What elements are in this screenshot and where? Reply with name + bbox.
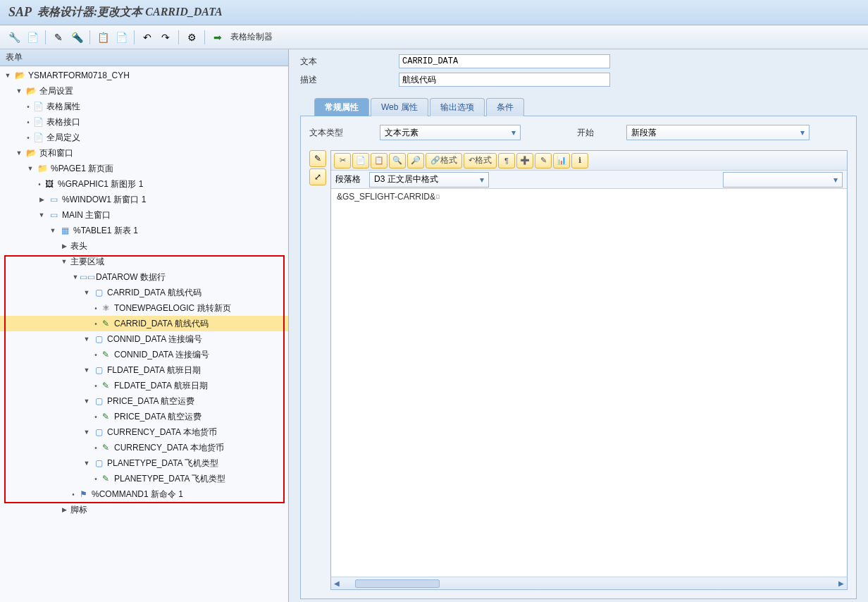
tree-item[interactable]: •📄表格属性	[0, 99, 288, 114]
copy-button[interactable]: 📄	[352, 153, 369, 168]
tree-item[interactable]: ▼📂全局设置	[0, 83, 288, 99]
redo-button[interactable]: ↷	[157, 29, 174, 46]
tree-item[interactable]: •✎CONNID_DATA 连接编号	[0, 347, 288, 362]
page-icon: 📄	[32, 132, 44, 143]
horizontal-scrollbar[interactable]: ◀ ▶	[331, 577, 847, 589]
tab-output[interactable]: 输出选项	[430, 98, 485, 116]
cell-icon: ▢	[93, 457, 104, 469]
tree-expander-icon[interactable]: ▼	[14, 148, 24, 158]
tree-item[interactable]: ▼📁%PAGE1 新页面	[0, 161, 288, 176]
painter-label[interactable]: 表格绘制器	[230, 31, 273, 43]
tree-item[interactable]: ▼▢PLANETYPE_DATA 飞机类型	[0, 455, 288, 471]
paste-button[interactable]: 📋	[371, 153, 388, 168]
tree-expander-icon[interactable]: ▼	[82, 288, 92, 297]
tab-general[interactable]: 常规属性	[314, 98, 369, 116]
tab-condition[interactable]: 条件	[486, 98, 524, 116]
scroll-right-icon[interactable]: ▶	[836, 578, 847, 589]
editor-expand-button[interactable]: ✎	[309, 150, 326, 167]
tree-expander-icon[interactable]: ▼	[82, 458, 92, 468]
tree-expander-icon[interactable]: ▼	[82, 365, 92, 375]
paragraph-format-dropdown[interactable]: D3 正文居中格式	[369, 172, 489, 188]
tree-item[interactable]: ▼▦%TABLE1 新表 1	[0, 223, 288, 238]
tree-expander-icon[interactable]: ▼	[70, 272, 80, 282]
info-button[interactable]: ℹ	[571, 153, 588, 168]
scroll-left-icon[interactable]: ◀	[331, 578, 342, 589]
tree-expander-icon[interactable]: ▶	[59, 505, 69, 515]
main-toolbar: 🔧 📄 ✎ 🔦 📋 📄 ↶ ↷ ⚙ ➡ 表格绘制器	[0, 25, 868, 49]
tree-item-label: %TABLE1 新表 1	[73, 225, 138, 237]
tree-item[interactable]: ▶表头	[0, 238, 288, 254]
tree-item[interactable]: ▼📂页和窗口	[0, 145, 288, 161]
display-toggle-button[interactable]: 🔧	[6, 29, 23, 46]
undo-format-button[interactable]: ↶格式	[464, 153, 497, 168]
tree-item[interactable]: •✎PRICE_DATA 航空运费	[0, 409, 288, 424]
tree-item[interactable]: •✎CURRENCY_DATA 本地货币	[0, 440, 288, 455]
tree-item[interactable]: ▼▢FLDATE_DATA 航班日期	[0, 362, 288, 378]
editor-fullscreen-button[interactable]: ⤢	[309, 168, 326, 185]
tree-item[interactable]: ▼▢CONNID_DATA 连接编号	[0, 331, 288, 347]
tree-expander-icon[interactable]: ▼	[25, 164, 35, 173]
tree-item[interactable]: •🖼%GRAPHIC1 新图形 1	[0, 176, 288, 192]
text-type-dropdown[interactable]: 文本元素	[380, 125, 521, 140]
insert-field-button[interactable]: ➕	[516, 153, 533, 168]
copy-button[interactable]: 📋	[94, 29, 111, 46]
tree-item-label: YSMARTFORM0718_CYH	[28, 70, 130, 80]
undo-button[interactable]: ↶	[139, 29, 156, 46]
char-format-dropdown[interactable]	[723, 172, 843, 188]
text-name-input[interactable]	[399, 54, 610, 68]
tree-expander-icon[interactable]: ▼	[59, 257, 69, 266]
window-icon: ▭	[48, 194, 59, 205]
tree-item[interactable]: ▶脚标	[0, 502, 288, 517]
tree-expander-icon[interactable]: ▼	[3, 70, 13, 80]
tree-item-label: FLDATE_DATA 航班日期	[114, 380, 208, 392]
tree-item[interactable]: ▼▭▭DATAROW 数据行	[0, 269, 288, 285]
tree-expander-icon[interactable]: ▼	[14, 86, 24, 96]
tree-item[interactable]: •✎FLDATE_DATA 航班日期	[0, 378, 288, 393]
tree-item[interactable]: ▼▭MAIN 主窗口	[0, 207, 288, 223]
scrollbar-thumb[interactable]	[355, 579, 440, 588]
tree-item[interactable]: ▼▢CURRENCY_DATA 本地货币	[0, 424, 288, 440]
tree-item[interactable]: •✎CARRID_DATA 航线代码	[0, 316, 288, 331]
create-button[interactable]: 📄	[24, 29, 41, 46]
find-next-button[interactable]: 🔎	[407, 153, 424, 168]
tree-expander-icon[interactable]: ▼	[37, 210, 46, 220]
painter-arrow-icon[interactable]: ➡	[209, 29, 226, 46]
tree-expander-icon[interactable]: ▼	[48, 226, 58, 235]
tree-item[interactable]: ▼▢PRICE_DATA 航空运费	[0, 393, 288, 409]
tree-expander-icon[interactable]: ▶	[59, 241, 69, 251]
tree-item-label: %PAGE1 新页面	[51, 163, 113, 175]
start-dropdown[interactable]: 新段落	[626, 125, 810, 140]
tree-expander-icon[interactable]: ▼	[82, 396, 92, 406]
tree-item[interactable]: •⚛TONEWPAGELOGIC 跳转新页	[0, 300, 288, 316]
tree-item[interactable]: ▼▢CARRID_DATA 航线代码	[0, 285, 288, 300]
tree-item[interactable]: •✎PLANETYPE_DATA 飞机类型	[0, 471, 288, 486]
settings-button[interactable]: ⚙	[183, 29, 200, 46]
paste-button[interactable]: 📄	[113, 29, 130, 46]
form-tree[interactable]: ▼📂YSMARTFORM0718_CYH▼📂全局设置•📄表格属性•📄表格接口•📄…	[0, 66, 288, 602]
tree-item[interactable]: •📄全局定义	[0, 130, 288, 145]
editor-body[interactable]: &GS_SFLIGHT-CARRID&¤	[331, 189, 847, 577]
separator	[134, 30, 135, 44]
tree-expander-icon[interactable]: ▼	[82, 334, 92, 344]
tree-item-label: PLANETYPE_DATA 飞机类型	[114, 473, 225, 485]
find-button[interactable]: 🔍	[389, 153, 406, 168]
tree-expander-icon[interactable]: ▼	[82, 427, 92, 437]
text-icon: ✎	[100, 318, 111, 329]
tree-item[interactable]: ▼📂YSMARTFORM0718_CYH	[0, 68, 288, 83]
edit-button[interactable]: ✎	[535, 153, 552, 168]
description-input[interactable]	[399, 73, 610, 87]
char-format-button[interactable]: 🔗格式	[426, 153, 462, 168]
tree-item[interactable]: ▼主要区域	[0, 254, 288, 269]
activate-button[interactable]: 🔦	[68, 29, 85, 46]
cell-icon: ▢	[93, 287, 104, 298]
cut-button[interactable]: ✂	[334, 153, 351, 168]
check-button[interactable]: ✎	[50, 29, 67, 46]
tree-item[interactable]: ▶▭%WINDOW1 新窗口 1	[0, 192, 288, 207]
format-button[interactable]: 📊	[553, 153, 570, 168]
tree-expander-icon[interactable]: ▶	[37, 195, 46, 204]
paragraph-button[interactable]: ¶	[498, 153, 515, 168]
tree-item[interactable]: •⚑%COMMAND1 新命令 1	[0, 486, 288, 502]
text-type-label: 文本类型	[309, 127, 366, 139]
tab-web[interactable]: Web 属性	[371, 98, 428, 116]
tree-item[interactable]: •📄表格接口	[0, 114, 288, 130]
